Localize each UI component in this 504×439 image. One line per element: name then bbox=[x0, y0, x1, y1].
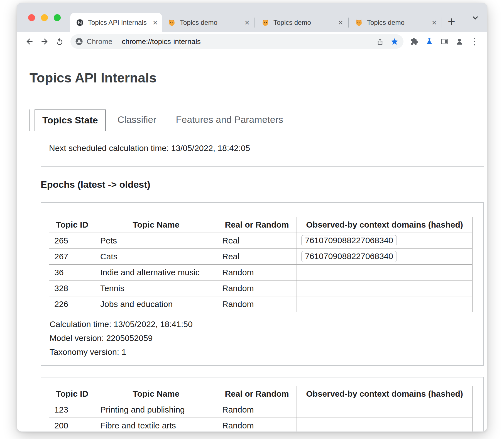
col-observed-domains: Observed-by context domains (hashed) bbox=[297, 217, 473, 233]
chrome-logo-icon bbox=[75, 37, 83, 46]
real-random-cell: Real bbox=[217, 249, 297, 265]
back-button[interactable] bbox=[23, 35, 36, 48]
browser-toolbar: Chrome chrome://topics-internals bbox=[17, 32, 487, 51]
url-text: chrome://topics-internals bbox=[122, 37, 371, 46]
hashed-domain-chip[interactable]: 7610709088227068340 bbox=[301, 251, 397, 262]
site-engine-label: Chrome bbox=[87, 37, 112, 46]
topic-name-cell: Fibre and textile arts bbox=[95, 418, 217, 432]
browser-tab-topics-demo-2[interactable]: Topics demo × bbox=[256, 13, 348, 32]
topic-name-cell: Pets bbox=[95, 233, 217, 249]
tab-classifier[interactable]: Classifier bbox=[110, 109, 164, 131]
profile-avatar-icon[interactable] bbox=[452, 35, 466, 48]
table-header-row: Topic ID Topic Name Real or Random Obser… bbox=[49, 386, 473, 402]
calculation-time: Calculation time: 13/05/2022, 18:41:50 bbox=[50, 320, 475, 329]
bookmark-star-icon[interactable] bbox=[388, 35, 401, 48]
topic-name-cell: Tennis bbox=[95, 281, 217, 296]
share-icon[interactable] bbox=[374, 35, 386, 48]
close-tab-icon[interactable]: × bbox=[244, 18, 250, 27]
table-row: 200 Fibre and textile arts Random bbox=[49, 418, 473, 432]
cat-favicon-icon bbox=[355, 18, 363, 27]
labs-flask-icon[interactable] bbox=[422, 35, 436, 48]
three-dots-glyph: ⋮ bbox=[470, 36, 479, 47]
epochs-heading: Epochs (latest -> oldest) bbox=[41, 179, 484, 190]
topics-internals-favicon-icon bbox=[76, 18, 84, 27]
taxonomy-version: Taxonomy version: 1 bbox=[50, 347, 475, 357]
topic-id-cell: 226 bbox=[49, 296, 95, 312]
window-controls bbox=[28, 14, 61, 21]
close-tab-icon[interactable]: × bbox=[152, 18, 158, 27]
tab-title: Topics demo bbox=[273, 19, 334, 26]
tab-search-chevron-icon[interactable] bbox=[471, 13, 480, 22]
forward-button[interactable] bbox=[38, 35, 52, 48]
address-bar[interactable]: Chrome chrome://topics-internals bbox=[70, 34, 403, 49]
close-window-button[interactable] bbox=[28, 14, 35, 21]
observed-domains-cell: 7610709088227068340 bbox=[297, 249, 473, 265]
page-title: Topics API Internals bbox=[30, 70, 484, 86]
reload-button[interactable] bbox=[53, 35, 67, 48]
real-random-cell: Random bbox=[217, 402, 297, 418]
real-random-cell: Random bbox=[217, 281, 297, 296]
topic-id-cell: 265 bbox=[49, 233, 95, 249]
table-row: 328 Tennis Random bbox=[49, 281, 473, 296]
real-random-cell: Random bbox=[217, 265, 297, 281]
close-tab-icon[interactable]: × bbox=[431, 18, 437, 27]
topic-name-cell: Jobs and education bbox=[95, 296, 217, 312]
real-random-cell: Random bbox=[217, 296, 297, 312]
tab-title: Topics demo bbox=[180, 19, 240, 26]
topics-state-panel: Next scheduled calculation time: 13/05/2… bbox=[41, 143, 484, 432]
next-calculation-time: Next scheduled calculation time: 13/05/2… bbox=[49, 143, 484, 153]
observed-domains-cell: 7610709088227068340 bbox=[297, 233, 473, 249]
cat-favicon-icon bbox=[261, 18, 270, 27]
tab-title: Topics API Internals bbox=[88, 19, 148, 26]
side-panel-icon[interactable] bbox=[437, 35, 451, 48]
topic-name-cell: Cats bbox=[95, 249, 217, 265]
col-topic-name: Topic Name bbox=[95, 386, 217, 402]
extensions-puzzle-icon[interactable] bbox=[407, 35, 421, 48]
browser-tab-topics-demo-3[interactable]: Topics demo × bbox=[349, 13, 441, 32]
tab-bar-edge bbox=[29, 109, 35, 131]
topic-id-cell: 36 bbox=[49, 265, 95, 281]
real-random-cell: Real bbox=[217, 233, 297, 249]
epoch-panel-1: Topic ID Topic Name Real or Random Obser… bbox=[41, 202, 484, 366]
col-real-or-random: Real or Random bbox=[217, 386, 297, 402]
omnibox-actions bbox=[374, 35, 401, 48]
close-tab-icon[interactable]: × bbox=[337, 18, 344, 27]
epoch-table-1: Topic ID Topic Name Real or Random Obser… bbox=[49, 217, 473, 312]
new-tab-button[interactable]: + bbox=[448, 15, 455, 28]
tab-strip: Topics API Internals × Topics demo × Top… bbox=[17, 3, 487, 32]
browser-tab-topics-internals[interactable]: Topics API Internals × bbox=[70, 13, 162, 32]
topic-id-cell: 200 bbox=[49, 418, 95, 432]
epoch-panel-2: Topic ID Topic Name Real or Random Obser… bbox=[41, 377, 484, 432]
observed-domains-cell bbox=[297, 265, 473, 281]
section-divider bbox=[41, 166, 484, 167]
zoom-window-button[interactable] bbox=[54, 14, 61, 21]
browser-tab-topics-demo-1[interactable]: Topics demo × bbox=[162, 13, 254, 32]
col-real-or-random: Real or Random bbox=[217, 217, 297, 233]
hashed-domain-chip[interactable]: 7610709088227068340 bbox=[301, 235, 397, 246]
minimize-window-button[interactable] bbox=[41, 14, 48, 21]
tab-features-parameters[interactable]: Features and Parameters bbox=[168, 109, 291, 131]
browser-window: Topics API Internals × Topics demo × Top… bbox=[17, 3, 487, 432]
topic-id-cell: 123 bbox=[49, 402, 95, 418]
col-topic-id: Topic ID bbox=[49, 386, 95, 402]
col-topic-name: Topic Name bbox=[95, 217, 217, 233]
table-row: 226 Jobs and education Random bbox=[49, 296, 473, 312]
epoch-table-2: Topic ID Topic Name Real or Random Obser… bbox=[49, 386, 473, 432]
cat-favicon-icon bbox=[168, 18, 176, 27]
col-topic-id: Topic ID bbox=[49, 217, 95, 233]
omnibox-divider bbox=[117, 38, 117, 45]
model-version: Model version: 2205052059 bbox=[50, 333, 475, 343]
tab-separator bbox=[348, 18, 349, 28]
topic-id-cell: 328 bbox=[49, 281, 95, 296]
observed-domains-cell bbox=[297, 402, 473, 418]
observed-domains-cell bbox=[297, 296, 473, 312]
tab-topics-state[interactable]: Topics State bbox=[35, 109, 106, 131]
page-content: Topics API Internals Topics State Classi… bbox=[17, 51, 487, 432]
real-random-cell: Random bbox=[217, 418, 297, 432]
tab-title: Topics demo bbox=[367, 19, 427, 26]
browser-menu-icon[interactable]: ⋮ bbox=[468, 35, 481, 48]
table-header-row: Topic ID Topic Name Real or Random Obser… bbox=[49, 217, 473, 233]
tab-separator bbox=[442, 18, 442, 28]
internals-tab-bar: Topics State Classifier Features and Par… bbox=[29, 109, 484, 131]
table-row: 267 Cats Real 7610709088227068340 bbox=[49, 249, 473, 265]
